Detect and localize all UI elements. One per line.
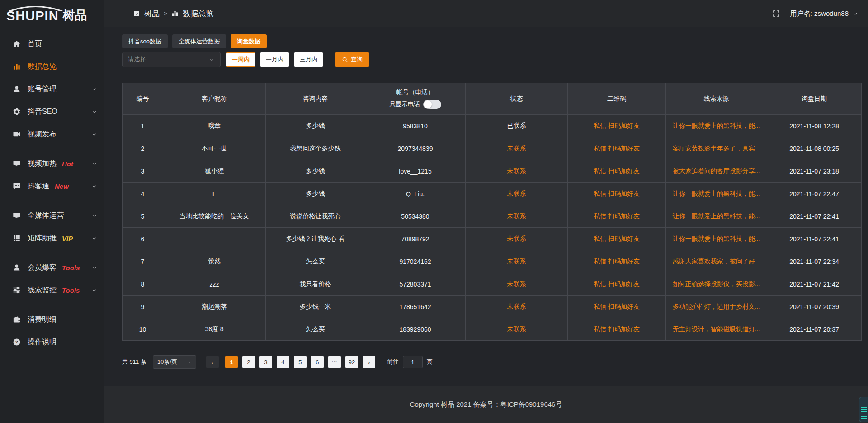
qr-link[interactable]: 私信 扫码加好友 — [594, 303, 640, 310]
cell-content: 我想问这个多少钱 — [266, 137, 365, 160]
prev-page-button[interactable]: ‹ — [206, 356, 219, 368]
phone-only-toggle[interactable] — [423, 100, 441, 109]
source-link[interactable]: 被大家追着问的客厅投影分享... — [673, 167, 760, 174]
qr-link[interactable]: 私信 扫码加好友 — [594, 280, 640, 287]
source-link[interactable]: 让你一眼就爱上的黑科技，能... — [673, 122, 760, 129]
cell-number: 9 — [123, 296, 163, 318]
cell-content: 怎么买 — [266, 250, 365, 273]
monitor-icon — [13, 212, 21, 220]
sidebar-item-video-heating[interactable]: 视频加热Hot — [0, 152, 104, 175]
page-size-select[interactable]: 10条/页 — [153, 355, 196, 369]
qr-link[interactable]: 私信 扫码加好友 — [594, 122, 640, 129]
cell-qrcode: 私信 扫码加好友 — [568, 296, 666, 318]
source-link[interactable]: 感谢大家喜欢我家，被问了好... — [673, 258, 760, 265]
qr-link[interactable]: 私信 扫码加好友 — [594, 145, 640, 152]
sidebar-item-matrix-boost[interactable]: 矩阵助推VIP — [0, 227, 104, 249]
source-link[interactable]: 客厅安装投影半年多了，真实... — [673, 145, 760, 152]
page-button-1[interactable]: 1 — [225, 356, 238, 368]
sidebar: SHUPIN 树品 首页数据总览账号管理抖音SEO视频发布视频加热Hot抖客通N… — [0, 0, 104, 423]
floating-widget[interactable] — [859, 397, 868, 422]
cell-date: 2021-11-07 22:41 — [767, 205, 862, 228]
source-link[interactable]: 让你一眼就爱上的黑科技，能... — [673, 212, 760, 220]
sidebar-item-badge: Tools — [62, 264, 80, 272]
source-link[interactable]: 无主灯设计，智能磁吸轨道灯... — [673, 325, 760, 333]
col-nickname: 客户昵称 — [163, 83, 266, 115]
page-button-3[interactable]: 3 — [259, 356, 272, 368]
cell-content: 说说价格让我死心 — [266, 205, 365, 228]
status-badge: 未联系 — [507, 325, 526, 333]
page-button-92[interactable]: 92 — [345, 356, 358, 368]
page-ellipsis[interactable]: ••• — [328, 356, 341, 368]
cell-account: 183929060 — [365, 318, 466, 341]
cell-account: 917024162 — [365, 250, 466, 273]
source-link[interactable]: 如何正确选择投影仪，买投影... — [673, 280, 760, 287]
breadcrumb-current: 数据总览 — [183, 9, 213, 19]
range-button-1[interactable]: 一月内 — [260, 52, 289, 67]
range-button-2[interactable]: 三月内 — [294, 52, 323, 67]
sidebar-item-omnimedia-operation[interactable]: 全媒体运营 — [0, 204, 104, 227]
qr-link[interactable]: 私信 扫码加好友 — [594, 325, 640, 333]
cell-source: 让你一眼就爱上的黑科技，能... — [666, 183, 767, 205]
source-link[interactable]: 让你一眼就爱上的黑科技，能... — [673, 190, 760, 197]
tab-inquiry-data[interactable]: 询盘数据 — [231, 34, 267, 48]
qr-link[interactable]: 私信 扫码加好友 — [594, 190, 640, 197]
cell-content: 多少钱 — [266, 183, 365, 205]
cell-source: 多功能护栏灯，适用于乡村文... — [666, 296, 767, 318]
cell-qrcode: 私信 扫码加好友 — [568, 318, 666, 341]
tab-douyin-seo-data[interactable]: 抖音seo数据 — [122, 34, 168, 48]
cell-account: 2097344839 — [365, 137, 466, 160]
sidebar-item-operation-guide[interactable]: ?操作说明 — [0, 331, 104, 353]
user-menu[interactable]: 用户名: zswodun88 — [790, 9, 858, 18]
range-button-0[interactable]: 一周内 — [226, 52, 255, 67]
qr-link[interactable]: 私信 扫码加好友 — [594, 235, 640, 242]
page-button-2[interactable]: 2 — [242, 356, 255, 368]
sidebar-item-label: 首页 — [28, 39, 42, 49]
qr-link[interactable]: 私信 扫码加好友 — [594, 212, 640, 220]
sidebar-item-member-baoke[interactable]: 会员爆客Tools — [0, 256, 104, 279]
search-button[interactable]: 查询 — [335, 52, 369, 67]
qr-link[interactable]: 私信 扫码加好友 — [594, 258, 640, 265]
cell-qrcode: 私信 扫码加好友 — [568, 183, 666, 205]
sidebar-divider — [7, 253, 96, 253]
breadcrumb-root[interactable]: 树品 — [144, 9, 160, 19]
phone-toggle-label: 只显示电话 — [389, 100, 420, 108]
sidebar-item-douketong[interactable]: 抖客通New — [0, 175, 104, 197]
chart-icon — [13, 62, 21, 70]
chevron-down-icon — [852, 11, 858, 17]
sidebar-item-badge: Hot — [62, 160, 73, 168]
cell-source: 如何正确选择投影仪，买投影... — [666, 273, 767, 296]
compose-icon — [133, 10, 140, 17]
sidebar-item-account-management[interactable]: 账号管理 — [0, 78, 104, 100]
tab-omnimedia-data[interactable]: 全媒体运营数据 — [172, 34, 226, 48]
cell-status: 未联系 — [466, 183, 568, 205]
sidebar-item-video-publish[interactable]: 视频发布 — [0, 123, 104, 146]
next-page-button[interactable]: › — [363, 356, 375, 368]
col-status: 状态 — [466, 83, 568, 115]
cell-status: 未联系 — [466, 228, 568, 250]
qr-link[interactable]: 私信 扫码加好友 — [594, 167, 640, 174]
cell-date: 2021-11-07 20:37 — [767, 318, 862, 341]
cell-nickname: 不可一世 — [163, 137, 266, 160]
cell-source: 无主灯设计，智能磁吸轨道灯... — [666, 318, 767, 341]
sidebar-item-consumption-detail[interactable]: 消费明细 — [0, 308, 104, 331]
cell-account: 9583810 — [365, 115, 466, 137]
cell-date: 2021-11-08 00:25 — [767, 137, 862, 160]
logo-text-cn: 树品 — [63, 4, 87, 24]
col-source: 线索来源 — [666, 83, 767, 115]
home-icon — [13, 40, 21, 48]
page-button-4[interactable]: 4 — [277, 356, 289, 368]
page-button-5[interactable]: 5 — [294, 356, 307, 368]
account-select[interactable]: 请选择 — [122, 52, 221, 67]
tv-icon — [13, 160, 21, 168]
page-button-6[interactable]: 6 — [311, 356, 324, 368]
source-link[interactable]: 让你一眼就爱上的黑科技，能... — [673, 235, 760, 242]
sidebar-item-data-overview[interactable]: 数据总览 — [0, 55, 104, 78]
cell-source: 让你一眼就爱上的黑科技，能... — [666, 205, 767, 228]
cell-content: 多少钱一米 — [266, 296, 365, 318]
sidebar-item-home[interactable]: 首页 — [0, 33, 104, 55]
fullscreen-icon[interactable] — [772, 9, 780, 18]
source-link[interactable]: 多功能护栏灯，适用于乡村文... — [673, 303, 760, 310]
sidebar-item-douyin-seo[interactable]: 抖音SEO — [0, 100, 104, 123]
goto-page-input[interactable] — [403, 356, 423, 368]
sidebar-item-clue-monitor[interactable]: 线索监控Tools — [0, 279, 104, 301]
